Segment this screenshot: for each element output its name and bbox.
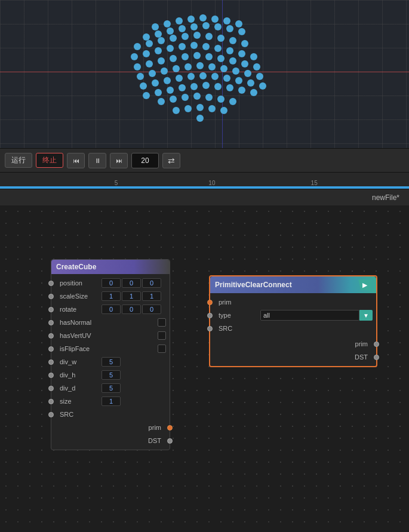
param-scalesize-y[interactable] (122, 291, 141, 301)
tick-10: 10 (208, 180, 215, 186)
svg-point-82 (170, 96, 177, 103)
to-start-button[interactable]: ⏮ (67, 153, 85, 168)
param-rotate-y[interactable] (122, 305, 141, 314)
svg-point-68 (235, 77, 242, 84)
node-graph[interactable]: CreateCube position scaleSize (0, 205, 409, 532)
port-isflipface-in[interactable] (48, 346, 54, 352)
svg-point-80 (250, 89, 257, 96)
svg-point-59 (256, 73, 263, 80)
svg-point-91 (208, 105, 216, 112)
checkbox-hasvertuv[interactable] (158, 331, 166, 340)
svg-point-77 (214, 83, 222, 90)
svg-point-84 (193, 93, 201, 100)
param-divd-val[interactable] (102, 383, 121, 393)
pcc-port-type-in[interactable] (207, 313, 213, 318)
pause-button[interactable]: ⏸ (88, 153, 106, 168)
svg-point-35 (226, 47, 233, 54)
svg-point-61 (152, 79, 159, 87)
svg-point-23 (205, 33, 213, 40)
svg-point-12 (190, 23, 198, 30)
pcc-type-dropdown-arrow[interactable]: ▼ (359, 310, 373, 321)
pcc-port-src-in[interactable] (207, 326, 213, 331)
pcc-type-dropdown[interactable]: all point edge prim (260, 310, 359, 321)
port-prim-out[interactable] (167, 425, 173, 430)
param-position-y[interactable] (122, 278, 141, 288)
param-rotate-z[interactable] (142, 305, 161, 314)
svg-point-79 (238, 87, 245, 94)
param-scalesize-z[interactable] (142, 291, 161, 301)
svg-point-69 (247, 79, 254, 87)
svg-point-0 (152, 23, 159, 30)
param-divw-val[interactable] (102, 357, 121, 367)
svg-point-4 (199, 14, 207, 21)
param-isflipface: isFlipFace (51, 342, 170, 355)
port-size-in[interactable] (48, 399, 54, 404)
svg-point-70 (259, 82, 266, 90)
node-create-cube-header: CreateCube (51, 260, 170, 274)
svg-point-11 (179, 25, 186, 32)
node-create-cube: CreateCube position scaleSize (51, 259, 170, 450)
port-dst-out[interactable] (167, 438, 173, 444)
svg-point-56 (220, 65, 227, 72)
pcc-type-label: type (219, 312, 260, 319)
svg-point-34 (214, 45, 222, 52)
svg-point-2 (176, 17, 183, 24)
svg-point-18 (146, 40, 153, 47)
svg-point-85 (205, 94, 213, 101)
port-rotate-in[interactable] (48, 307, 54, 312)
svg-point-19 (158, 37, 165, 44)
svg-point-72 (155, 89, 162, 96)
svg-point-63 (176, 75, 183, 82)
output-dst-label: DST (148, 437, 161, 444)
run-button[interactable]: 运行 (5, 153, 32, 168)
svg-point-40 (158, 57, 165, 64)
svg-point-25 (229, 37, 236, 44)
node-pcc-title: PrimitiveClearConnect (215, 281, 292, 289)
frame-input[interactable] (131, 153, 159, 168)
param-scalesize-x[interactable] (102, 291, 121, 301)
pcc-port-prim-out[interactable] (374, 342, 379, 347)
pcc-port-prim-in[interactable] (207, 300, 213, 305)
svg-point-31 (179, 43, 186, 50)
port-divh-in[interactable] (48, 373, 54, 378)
port-position-in[interactable] (48, 281, 54, 286)
svg-point-1 (164, 20, 171, 27)
port-hasnormal-in[interactable] (48, 320, 54, 325)
svg-point-24 (217, 35, 225, 42)
svg-point-65 (199, 72, 207, 79)
svg-point-20 (170, 35, 177, 42)
port-divw-in[interactable] (48, 359, 54, 365)
port-scalesize-in[interactable] (48, 294, 54, 299)
tick-5: 5 (115, 180, 118, 186)
param-rotate-x[interactable] (102, 305, 121, 314)
param-divh-val[interactable] (102, 370, 121, 380)
port-src-in[interactable] (48, 412, 54, 417)
port-hasvertuv-in[interactable] (48, 333, 54, 339)
param-scalesize: scaleSize (51, 290, 170, 303)
to-end-button[interactable]: ⏭ (110, 153, 128, 168)
svg-point-71 (143, 92, 150, 99)
svg-point-48 (253, 63, 260, 70)
param-position-x[interactable] (102, 278, 121, 288)
checkbox-isflipface[interactable] (158, 345, 166, 353)
loop-button[interactable]: ⇄ (162, 153, 180, 168)
param-position-z[interactable] (142, 278, 161, 288)
svg-point-81 (158, 98, 165, 105)
pcc-param-src: SRC (210, 322, 376, 335)
param-divd: div_d (51, 382, 170, 395)
svg-point-73 (167, 87, 174, 94)
svg-point-54 (196, 62, 204, 69)
node-create-cube-body: position scaleSize rotate (51, 274, 170, 450)
stop-button[interactable]: 终止 (36, 153, 63, 168)
pcc-port-dst-out[interactable] (374, 355, 379, 360)
svg-point-60 (140, 82, 147, 90)
svg-point-89 (184, 105, 192, 112)
timeline[interactable]: 5 10 15 (0, 172, 409, 189)
param-size-val[interactable] (102, 396, 121, 406)
port-divd-in[interactable] (48, 386, 54, 391)
checkbox-hasnormal[interactable] (158, 318, 166, 327)
svg-point-83 (182, 94, 189, 101)
node-create-cube-title: CreateCube (56, 263, 96, 271)
pcc-output-dst: DST (210, 350, 376, 364)
svg-point-43 (193, 52, 201, 59)
